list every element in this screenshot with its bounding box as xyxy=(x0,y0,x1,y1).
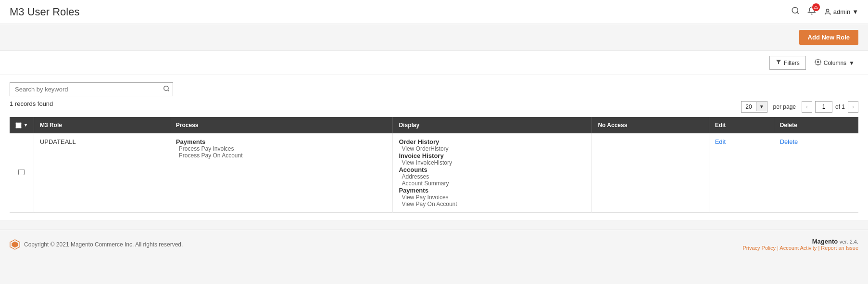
table-row: UPDATEALLPaymentsProcess Pay InvoicesPro… xyxy=(10,133,858,213)
display-section-title: Payments xyxy=(399,187,586,194)
svg-line-6 xyxy=(168,90,169,91)
th-process: Process xyxy=(170,117,393,133)
svg-marker-3 xyxy=(776,60,781,65)
row-checkbox[interactable] xyxy=(18,169,25,175)
checkbox-dropdown-icon[interactable]: ▼ xyxy=(24,123,28,128)
records-found: 1 records found xyxy=(10,100,53,107)
filters-button[interactable]: Filters xyxy=(769,56,806,70)
pagination: 20 ▼ per page ‹ of 1 › xyxy=(741,101,858,113)
th-edit: Edit xyxy=(709,117,774,133)
th-checkbox: ▼ xyxy=(10,117,34,133)
select-all-checkbox[interactable] xyxy=(15,122,22,129)
process-item: Process Pay Invoices xyxy=(176,145,387,152)
privacy-policy-link[interactable]: Privacy Policy xyxy=(742,245,775,251)
search-input[interactable] xyxy=(10,83,173,96)
display-item: Account Summary xyxy=(399,180,586,187)
add-new-role-button[interactable]: Add New Role xyxy=(799,30,858,45)
table-controls: 1 records found 20 ▼ per page ‹ of 1 › xyxy=(10,100,858,113)
prev-page-button[interactable]: ‹ xyxy=(802,101,812,113)
td-process: PaymentsProcess Pay InvoicesProcess Pay … xyxy=(170,133,393,213)
td-m3role: UPDATEALL xyxy=(34,133,170,213)
edit-link[interactable]: Edit xyxy=(715,138,726,145)
per-page-select: 20 ▼ xyxy=(741,101,767,113)
process-title: Payments xyxy=(176,138,387,145)
svg-marker-8 xyxy=(12,241,18,247)
delete-link[interactable]: Delete xyxy=(780,138,798,145)
gear-icon xyxy=(815,59,821,67)
data-table: ▼ M3 Role Process Display No Access Edit… xyxy=(10,117,858,213)
row-checkbox-cell xyxy=(10,133,34,213)
magento-logo xyxy=(10,239,20,250)
footer-copyright: Copyright © 2021 Magento Commerce Inc. A… xyxy=(24,241,183,248)
footer-links: Privacy Policy | Account Activity | Repo… xyxy=(742,245,858,251)
page-input[interactable] xyxy=(815,101,832,113)
top-header: M3 User Roles 25 admin ▼ xyxy=(0,0,868,24)
display-item: Addresses xyxy=(399,173,586,180)
th-m3role: M3 Role xyxy=(34,117,170,133)
footer-version: ver. 2.4. xyxy=(840,239,858,245)
display-section-title: Invoice History xyxy=(399,152,586,159)
account-activity-link[interactable]: Account Activity xyxy=(780,245,817,251)
notification-icon[interactable]: 25 xyxy=(807,6,816,17)
action-bar: Add New Role xyxy=(0,24,868,51)
columns-chevron-icon: ▼ xyxy=(849,60,855,66)
page-of-label: of 1 xyxy=(835,103,845,110)
svg-point-5 xyxy=(164,86,168,90)
th-noaccess: No Access xyxy=(592,117,709,133)
footer-magento-label: Magento xyxy=(812,238,838,245)
next-page-button[interactable]: › xyxy=(848,101,858,113)
page-title: M3 User Roles xyxy=(10,6,79,18)
table-header-row: ▼ M3 Role Process Display No Access Edit… xyxy=(10,117,858,133)
td-edit: Edit xyxy=(709,133,774,213)
columns-label: Columns xyxy=(824,60,846,66)
notification-count: 25 xyxy=(812,3,820,11)
report-issue-link[interactable]: Report an Issue xyxy=(821,245,858,251)
search-icon[interactable] xyxy=(791,6,800,17)
display-section-title: Order History xyxy=(399,138,586,145)
footer: Copyright © 2021 Magento Commerce Inc. A… xyxy=(0,230,868,258)
admin-menu[interactable]: admin ▼ xyxy=(824,8,858,16)
header-right: 25 admin ▼ xyxy=(791,6,858,17)
search-area xyxy=(10,82,858,96)
footer-left: Copyright © 2021 Magento Commerce Inc. A… xyxy=(10,239,183,250)
svg-point-4 xyxy=(817,61,819,63)
td-display: Order HistoryView OrderHistoryInvoice Hi… xyxy=(393,133,592,213)
svg-line-1 xyxy=(797,12,798,13)
td-noaccess xyxy=(592,133,709,213)
admin-chevron-icon: ▼ xyxy=(852,8,858,15)
process-item: Process Pay On Account xyxy=(176,152,387,159)
display-item: View Pay Invoices xyxy=(399,194,586,201)
search-wrapper xyxy=(10,82,173,96)
th-delete: Delete xyxy=(774,117,858,133)
filters-label: Filters xyxy=(784,60,800,66)
td-delete: Delete xyxy=(774,133,858,213)
display-section-title: Accounts xyxy=(399,166,586,173)
footer-right: Magento ver. 2.4. Privacy Policy | Accou… xyxy=(742,238,858,251)
main-content: 1 records found 20 ▼ per page ‹ of 1 › ▼ xyxy=(0,75,868,220)
filter-bar: Filters Columns ▼ xyxy=(0,51,868,75)
svg-point-2 xyxy=(826,9,829,12)
admin-label-text: admin xyxy=(833,8,850,15)
per-page-label: per page xyxy=(773,103,796,110)
per-page-dropdown[interactable]: ▼ xyxy=(756,102,767,111)
svg-point-0 xyxy=(792,7,798,13)
columns-button[interactable]: Columns ▼ xyxy=(811,56,858,70)
display-item: View InvoiceHistory xyxy=(399,159,586,166)
display-item: View Pay On Account xyxy=(399,201,586,207)
filter-icon xyxy=(776,59,781,66)
search-submit-button[interactable] xyxy=(163,85,170,93)
per-page-value: 20 xyxy=(742,102,755,112)
display-item: View OrderHistory xyxy=(399,145,586,152)
th-display: Display xyxy=(393,117,592,133)
